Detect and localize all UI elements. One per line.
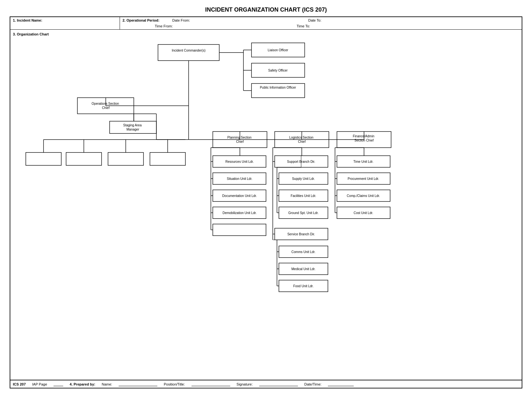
cost-unit-ldr-label: Cost Unit Ldr.	[354, 211, 373, 215]
incident-commander-label: Incident Commander(s)	[172, 49, 205, 52]
signature-label: Signature:	[237, 382, 253, 386]
ground-spt-unit-ldr-label: Ground Spt. Unit Ldr.	[288, 211, 319, 215]
time-from-label: Time From:	[155, 24, 173, 28]
position-title-label: Position/Title:	[164, 382, 185, 386]
situation-unit-ldr-label: Situation Unit Ldr.	[227, 177, 252, 181]
date-from-label: Date From:	[172, 18, 190, 22]
liaison-officer-label: Liaison Officer	[268, 48, 288, 52]
food-unit-ldr-label: Food Unit Ldr.	[293, 284, 314, 288]
safety-officer-label: Safety Officer	[268, 69, 288, 72]
public-information-officer-label: Public Information Officer	[260, 86, 296, 89]
svg-rect-30	[108, 152, 143, 165]
name-value	[119, 382, 157, 386]
svg-rect-31	[150, 152, 185, 165]
form-id: ICS 207	[13, 382, 26, 386]
iap-page-value	[54, 382, 63, 386]
svg-rect-15	[110, 121, 156, 133]
demobilization-unit-ldr-label: Demobilization Unit Ldr.	[222, 211, 257, 215]
comp-claims-unit-ldr-label: Comp./Claims Unit Ldr.	[347, 194, 380, 198]
svg-rect-29	[66, 152, 102, 165]
comms-unit-ldr-label: Comms Unit Ldr.	[291, 250, 315, 254]
incident-name-label: 1. Incident Name:	[13, 18, 42, 22]
page-title: INCIDENT ORGANIZATION CHART (ICS 207)	[10, 6, 522, 13]
signature-value	[259, 382, 298, 386]
iap-page-label: IAP Page	[32, 382, 47, 386]
medical-unit-ldr-label: Medical Unit Ldr.	[291, 267, 315, 271]
time-unit-ldr-label: Time Unit Ldr.	[353, 160, 373, 163]
svg-rect-0	[158, 44, 219, 61]
prepared-by-label: 4. Prepared by:	[70, 382, 95, 386]
date-to-label: Date To:	[308, 18, 321, 22]
chart-section-label: 3. Organization Chart	[13, 32, 519, 36]
service-branch-dir-label: Service Branch Dir.	[287, 232, 315, 236]
time-to-label: Time To:	[297, 24, 310, 28]
operational-period-label: 2. Operational Period:	[123, 18, 159, 22]
documentation-unit-ldr-label: Documentation Unit Ldr.	[222, 194, 257, 198]
facilities-unit-ldr-label: Facilities Unit Ldr.	[291, 194, 316, 198]
position-title-value	[192, 382, 230, 386]
supply-unit-ldr-label: Supply Unit Ldr.	[292, 177, 315, 181]
resources-unit-ldr-label: Resources Unit Ldr.	[225, 160, 254, 163]
name-label: Name:	[102, 382, 112, 386]
date-time-value	[328, 382, 354, 386]
svg-rect-28	[26, 152, 61, 165]
svg-rect-42	[213, 224, 266, 236]
date-time-label: Date/Time:	[304, 382, 321, 386]
procurement-unit-ldr-label: Procurement Unit Ldr.	[348, 177, 379, 181]
incident-name-cell: 1. Incident Name:	[10, 17, 120, 29]
